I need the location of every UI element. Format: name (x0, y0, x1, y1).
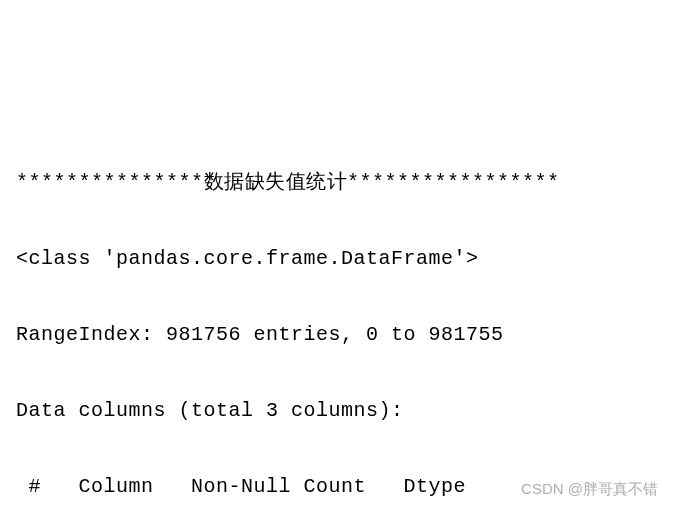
data-columns-line: Data columns (total 3 columns): (16, 392, 662, 430)
rangeindex-line: RangeIndex: 981756 entries, 0 to 981755 (16, 316, 662, 354)
watermark: CSDN @胖哥真不错 (521, 475, 658, 504)
class-line: <class 'pandas.core.frame.DataFrame'> (16, 240, 662, 278)
section-header: ***************数据缺失值统计***************** (16, 164, 662, 202)
